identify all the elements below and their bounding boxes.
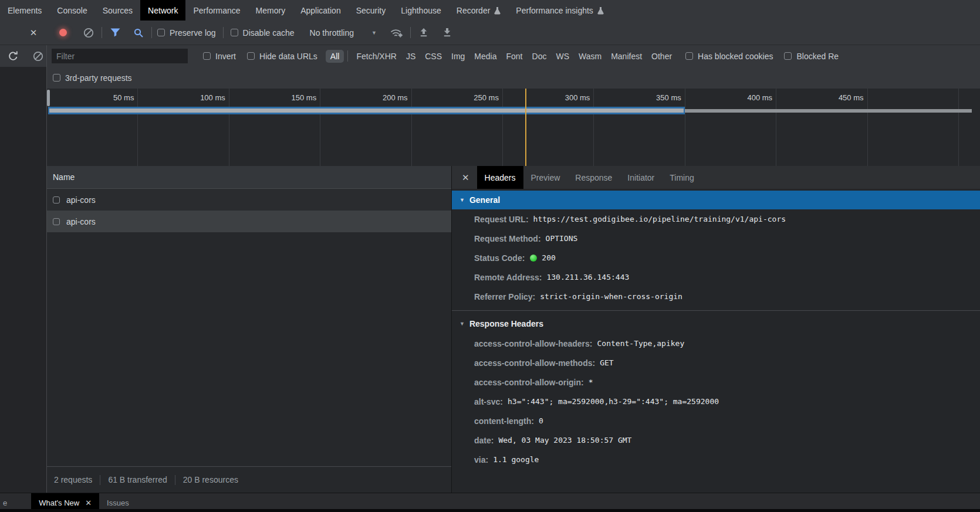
invert-checkbox[interactable] xyxy=(203,52,211,60)
invert-label: Invert xyxy=(215,52,236,61)
invert-toggle[interactable]: Invert xyxy=(203,52,236,61)
tab-headers[interactable]: Headers xyxy=(477,166,523,189)
preserve-log-toggle[interactable]: Preserve log xyxy=(157,28,216,38)
response-headers-section-header[interactable]: ▼ Response Headers xyxy=(452,314,980,334)
tick-label: 150 ms xyxy=(292,89,317,107)
ruler-cell: 450 ms xyxy=(776,89,867,166)
tab-initiator[interactable]: Initiator xyxy=(620,166,662,189)
tick-label: 100 ms xyxy=(200,89,225,107)
tab-application[interactable]: Application xyxy=(293,0,349,21)
tick-label: 200 ms xyxy=(383,89,408,107)
has-blocked-cookies-checkbox[interactable] xyxy=(685,52,693,60)
table-row[interactable]: api-cors xyxy=(47,189,451,211)
filter-toggle-button[interactable] xyxy=(107,25,123,40)
overview-drag-handle[interactable] xyxy=(47,90,50,106)
experiment-flask-icon xyxy=(494,6,501,15)
general-section-header[interactable]: ▼ General xyxy=(452,191,980,209)
status-divider xyxy=(175,475,175,485)
refresh-icon xyxy=(8,50,19,62)
table-row[interactable]: api-cors xyxy=(47,211,451,232)
export-har-button[interactable] xyxy=(440,25,455,40)
ruler-cell: 50 ms xyxy=(47,89,138,166)
type-chip-fetch-xhr[interactable]: Fetch/XHR xyxy=(352,50,401,63)
disable-cache-toggle[interactable]: Disable cache xyxy=(231,28,295,38)
chevron-down-icon[interactable]: ▼ xyxy=(371,30,377,36)
tab-console[interactable]: Console xyxy=(49,0,94,21)
header-row: content-length: 0 xyxy=(452,411,980,430)
tab-performance-insights[interactable]: Performance insights xyxy=(508,0,611,21)
refresh-button[interactable] xyxy=(5,49,21,64)
header-row: access-control-allow-origin: * xyxy=(452,372,980,392)
type-chip-wasm[interactable]: Wasm xyxy=(574,50,606,63)
search-icon xyxy=(134,28,143,38)
tab-response[interactable]: Response xyxy=(567,166,620,189)
type-chip-other[interactable]: Other xyxy=(647,50,677,63)
close-details-button[interactable]: ✕ xyxy=(452,166,477,189)
details-tabbar: ✕ Headers Preview Response Initiator Tim… xyxy=(452,166,980,189)
ruler-cell xyxy=(959,89,980,166)
request-checkbox[interactable] xyxy=(53,218,60,225)
search-button[interactable] xyxy=(131,25,146,40)
hide-data-urls-checkbox[interactable] xyxy=(247,52,255,60)
type-chip-media[interactable]: Media xyxy=(469,50,501,63)
network-conditions-icon xyxy=(390,28,404,38)
network-conditions-button[interactable] xyxy=(390,25,405,40)
tab-lighthouse[interactable]: Lighthouse xyxy=(393,0,449,21)
tab-sources[interactable]: Sources xyxy=(95,0,140,21)
third-party-checkbox[interactable] xyxy=(53,74,60,82)
request-name: api-cors xyxy=(66,217,96,226)
close-icon: ✕ xyxy=(462,173,469,182)
close-icon: ✕ xyxy=(30,28,38,37)
tab-preview[interactable]: Preview xyxy=(523,166,568,189)
ruler-cell: 100 ms xyxy=(138,89,229,166)
timeline-overview[interactable]: 50 ms 100 ms 150 ms 200 ms 250 ms 300 ms… xyxy=(47,89,980,166)
import-har-button[interactable] xyxy=(416,25,431,40)
transferred-size: 61 B transferred xyxy=(108,475,167,484)
preserve-log-label: Preserve log xyxy=(170,28,216,38)
record-network-log-button[interactable] xyxy=(55,25,70,40)
has-blocked-cookies-toggle[interactable]: Has blocked cookies xyxy=(685,52,773,61)
triangle-down-icon: ▼ xyxy=(459,197,465,203)
tab-recorder[interactable]: Recorder xyxy=(449,0,509,21)
type-chip-manifest[interactable]: Manifest xyxy=(606,50,647,63)
hide-data-urls-toggle[interactable]: Hide data URLs xyxy=(247,52,317,61)
close-devtools-button[interactable]: ✕ xyxy=(26,25,41,40)
blocked-requests-toggle[interactable]: Blocked Re xyxy=(784,52,839,61)
tab-security[interactable]: Security xyxy=(349,0,394,21)
tick-label: 350 ms xyxy=(656,89,681,107)
triangle-down-icon: ▼ xyxy=(459,321,465,327)
type-chip-doc[interactable]: Doc xyxy=(528,50,552,63)
tab-timing[interactable]: Timing xyxy=(662,166,702,189)
type-chip-font[interactable]: Font xyxy=(502,50,528,63)
throttling-select[interactable]: No throttling xyxy=(310,28,354,38)
third-party-toggle[interactable]: 3rd-party requests xyxy=(53,73,132,83)
type-chip-all[interactable]: All xyxy=(326,50,344,63)
type-chip-ws[interactable]: WS xyxy=(551,50,574,63)
tab-performance[interactable]: Performance xyxy=(185,0,248,21)
type-chip-css[interactable]: CSS xyxy=(420,50,447,63)
tick-label: 450 ms xyxy=(839,89,864,107)
status-divider xyxy=(100,475,100,485)
header-name: Referrer Policy: xyxy=(474,292,535,301)
name-column-header[interactable]: Name xyxy=(47,166,451,189)
filter-input[interactable] xyxy=(52,49,188,63)
block-requests-button[interactable] xyxy=(31,49,46,64)
overview-selection-band[interactable] xyxy=(48,107,685,114)
header-name: via: xyxy=(474,455,488,464)
request-checkbox[interactable] xyxy=(53,196,60,204)
blocked-requests-checkbox[interactable] xyxy=(784,52,792,60)
ruler-cell: 350 ms xyxy=(594,89,685,166)
header-name: Remote Address: xyxy=(474,273,542,282)
disable-cache-checkbox[interactable] xyxy=(231,29,238,36)
tab-elements[interactable]: Elements xyxy=(0,0,49,21)
type-chip-img[interactable]: Img xyxy=(447,50,469,63)
preserve-log-checkbox[interactable] xyxy=(157,29,165,36)
tab-network[interactable]: Network xyxy=(140,0,185,21)
header-row: Referrer Policy: strict-origin-when-cros… xyxy=(452,287,980,306)
close-icon[interactable]: ✕ xyxy=(85,499,92,507)
header-value: GET xyxy=(600,358,613,367)
type-chip-js[interactable]: JS xyxy=(401,50,420,63)
tab-memory[interactable]: Memory xyxy=(248,0,293,21)
clear-network-log-button[interactable] xyxy=(81,25,96,40)
overview-activity-bar xyxy=(49,108,684,113)
